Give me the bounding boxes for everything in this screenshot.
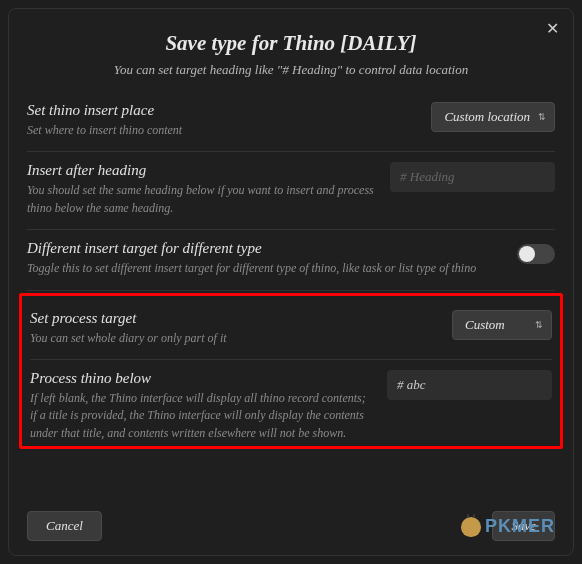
row-title: Process thino below	[30, 370, 375, 387]
save-button[interactable]: Save	[492, 511, 555, 541]
process-target-select[interactable]: Custom	[452, 310, 552, 340]
insert-place-select[interactable]: Custom location	[431, 102, 555, 132]
row-title: Insert after heading	[27, 162, 378, 179]
process-below-input[interactable]	[387, 370, 552, 400]
cancel-button[interactable]: Cancel	[27, 511, 102, 541]
row-desc: Toggle this to set different insert targ…	[27, 260, 505, 277]
row-process-target: Set process target You can set whole dia…	[30, 300, 552, 360]
modal-title: Save type for Thino [DAILY]	[29, 31, 553, 56]
modal-header: Save type for Thino [DAILY] You can set …	[9, 9, 573, 92]
modal-content: Set thino insert place Set where to inse…	[9, 92, 573, 501]
diff-target-toggle[interactable]	[517, 244, 555, 264]
modal-subtitle: You can set target heading like "# Headi…	[29, 62, 553, 78]
row-diff-target: Different insert target for different ty…	[27, 230, 555, 290]
row-process-below: Process thino below If left blank, the T…	[30, 360, 552, 446]
row-title: Set process target	[30, 310, 440, 327]
row-desc: If left blank, the Thino interface will …	[30, 390, 375, 442]
save-type-modal: ✕ Save type for Thino [DAILY] You can se…	[8, 8, 574, 556]
row-title: Different insert target for different ty…	[27, 240, 505, 257]
modal-footer: Cancel Save	[9, 501, 573, 555]
row-insert-place: Set thino insert place Set where to inse…	[27, 92, 555, 152]
close-icon[interactable]: ✕	[546, 19, 559, 38]
highlight-box: Set process target You can set whole dia…	[19, 293, 563, 450]
row-desc: Set where to insert thino content	[27, 122, 419, 139]
row-desc: You can set whole diary or only part of …	[30, 330, 440, 347]
row-desc: You should set the same heading below if…	[27, 182, 378, 217]
row-title: Set thino insert place	[27, 102, 419, 119]
row-after-heading: Insert after heading You should set the …	[27, 152, 555, 230]
after-heading-input[interactable]	[390, 162, 555, 192]
